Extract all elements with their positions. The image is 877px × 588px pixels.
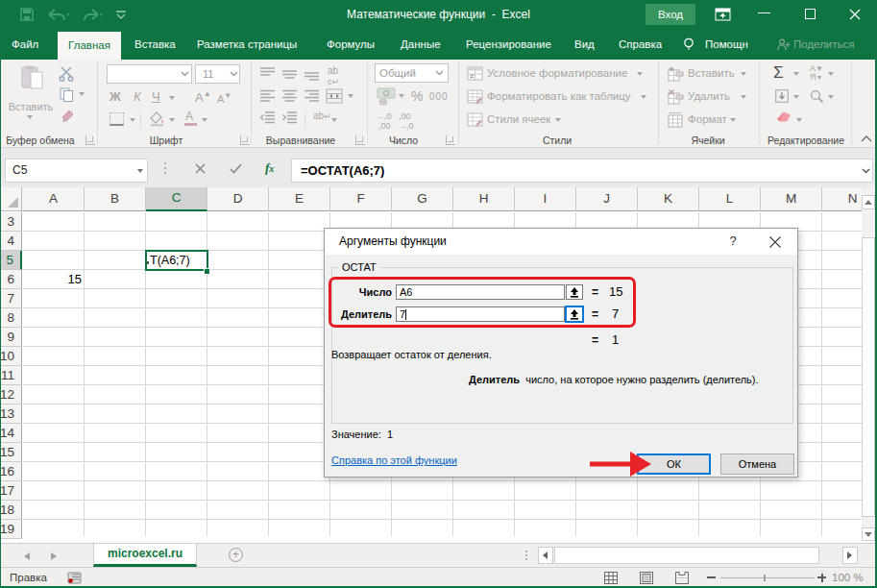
svg-text:≠: ≠ [470,72,475,81]
